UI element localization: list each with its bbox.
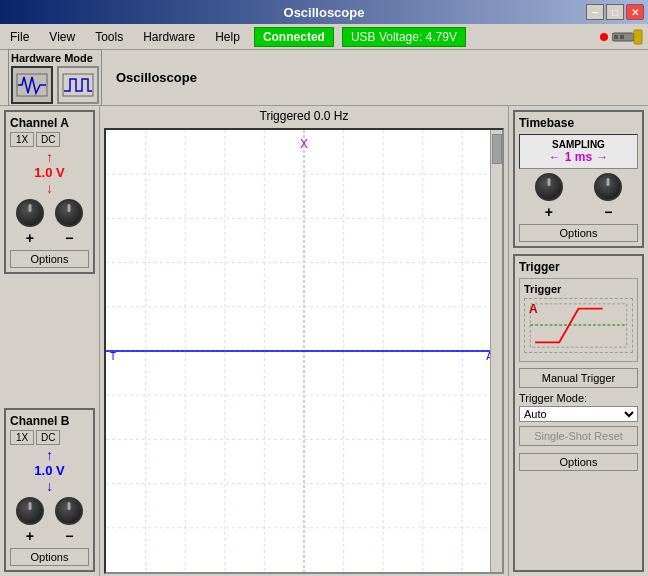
status-connected: Connected xyxy=(254,27,334,47)
channel-b-options-btn[interactable]: Options xyxy=(10,548,89,566)
time-value: 1 ms xyxy=(565,150,592,164)
minimize-button[interactable]: – xyxy=(586,4,604,20)
maximize-button[interactable]: □ xyxy=(606,4,624,20)
channel-a-minus-icon: − xyxy=(65,230,73,246)
channel-b-controls: 1X DC xyxy=(10,430,89,445)
trigger-mode-select[interactable]: Auto Normal Single xyxy=(519,406,638,422)
scrollbar-thumb[interactable] xyxy=(492,134,502,164)
hardware-mode-label: Hardware Mode xyxy=(11,52,99,64)
title-bar: Oscilloscope – □ ✕ xyxy=(0,0,648,24)
timebase-display: SAMPLING ← 1 ms → xyxy=(519,134,638,169)
t-label: T xyxy=(110,351,116,362)
scope-scrollbar[interactable] xyxy=(490,130,502,572)
channel-b-plus-icon: + xyxy=(26,528,34,544)
menu-file[interactable]: File xyxy=(4,28,35,46)
channel-a-plus-minus: + − xyxy=(10,230,89,246)
channel-a-up-arrow-icon xyxy=(46,149,53,165)
oscilloscope-mode-icon xyxy=(16,73,48,97)
trigger-inner-title: Trigger xyxy=(524,283,633,295)
menu-tools[interactable]: Tools xyxy=(89,28,129,46)
hardware-mode-btn-1[interactable] xyxy=(11,66,53,104)
timebase-section: Timebase SAMPLING ← 1 ms → + − Options xyxy=(513,110,644,248)
x-marker: X xyxy=(300,137,308,151)
timebase-plus-icon: + xyxy=(545,204,553,220)
channel-b-up-arrow-icon: ↑ xyxy=(46,447,53,463)
scope-grid-svg: X T AB xyxy=(106,130,502,572)
oscilloscope-main-label: Oscilloscope xyxy=(116,70,197,85)
single-shot-btn[interactable]: Single-Shot Reset xyxy=(519,426,638,446)
timebase-knob-row xyxy=(519,173,638,201)
hardware-mode-section: Hardware Mode xyxy=(8,49,102,107)
channel-a-down-arrow-icon xyxy=(46,180,53,196)
left-spacer xyxy=(0,278,99,404)
window-controls: – □ ✕ xyxy=(586,4,644,20)
channel-b-voltage: ↑ 1.0 V ↓ xyxy=(10,447,89,494)
right-arrow-icon: → xyxy=(596,150,608,164)
timebase-minus-icon: − xyxy=(604,204,612,220)
close-button[interactable]: ✕ xyxy=(626,4,644,20)
channel-b-knob-row xyxy=(10,497,89,525)
timebase-knob-1[interactable] xyxy=(535,173,563,201)
svg-rect-1 xyxy=(634,30,642,44)
scope-status: Triggered 0.0 Hz xyxy=(100,106,508,126)
channel-a-coupling-btn[interactable]: DC xyxy=(36,132,60,147)
channel-a-knob-1[interactable] xyxy=(16,199,44,227)
channel-b-section: Channel B 1X DC ↑ 1.0 V ↓ + − Options xyxy=(4,408,95,572)
channel-a-plus-icon: + xyxy=(26,230,34,246)
left-arrow-icon: ← xyxy=(549,150,561,164)
center-panel: Triggered 0.0 Hz xyxy=(100,106,508,576)
usb-icon-area xyxy=(600,27,644,47)
channel-a-controls: 1X DC xyxy=(10,132,89,147)
channel-a-section: Channel A 1X DC 1.0 V + − Options xyxy=(4,110,95,274)
channel-b-knob-1[interactable] xyxy=(16,497,44,525)
window-title: Oscilloscope xyxy=(284,5,365,20)
status-voltage: USB Voltage: 4.79V xyxy=(342,27,466,47)
channel-a-probe-btn[interactable]: 1X xyxy=(10,132,34,147)
menu-help[interactable]: Help xyxy=(209,28,246,46)
sampling-label: SAMPLING xyxy=(524,139,633,150)
trigger-channel-label: A xyxy=(529,302,538,316)
usb-dot-icon xyxy=(600,33,608,41)
channel-a-knob-2[interactable] xyxy=(55,199,83,227)
channel-a-voltage-value: 1.0 V xyxy=(34,165,64,180)
menu-view[interactable]: View xyxy=(43,28,81,46)
timebase-options-btn[interactable]: Options xyxy=(519,224,638,242)
manual-trigger-btn[interactable]: Manual Trigger xyxy=(519,368,638,388)
channel-a-voltage: 1.0 V xyxy=(10,149,89,196)
trigger-section-title: Trigger xyxy=(519,260,638,274)
time-arrow: ← 1 ms → xyxy=(524,150,633,164)
channel-b-minus-icon: − xyxy=(65,528,73,544)
right-panel: Timebase SAMPLING ← 1 ms → + − Options T xyxy=(508,106,648,576)
trigger-wave-area: A xyxy=(524,298,633,353)
svg-rect-2 xyxy=(614,35,618,39)
timebase-knob-2[interactable] xyxy=(594,173,622,201)
logic-mode-icon xyxy=(62,73,94,97)
trigger-waveform-svg xyxy=(525,299,632,352)
timebase-title: Timebase xyxy=(519,116,638,130)
channel-b-probe-btn[interactable]: 1X xyxy=(10,430,34,445)
trigger-inner: Trigger A xyxy=(519,278,638,362)
channel-b-down-arrow-icon: ↓ xyxy=(46,478,53,494)
channel-b-title: Channel B xyxy=(10,414,89,428)
channel-b-plus-minus: + − xyxy=(10,528,89,544)
trigger-mode-label: Trigger Mode: xyxy=(519,392,638,404)
menu-bar: File View Tools Hardware Help Connected … xyxy=(0,24,648,50)
trigger-options-btn[interactable]: Options xyxy=(519,453,638,471)
usb-icon xyxy=(612,27,644,47)
hardware-mode-btn-2[interactable] xyxy=(57,66,99,104)
channel-b-knob-2[interactable] xyxy=(55,497,83,525)
menu-hardware[interactable]: Hardware xyxy=(137,28,201,46)
timebase-plus-minus: + − xyxy=(519,204,638,220)
trigger-section: Trigger Trigger A Manu xyxy=(513,254,644,572)
channel-a-knob-row xyxy=(10,199,89,227)
channel-a-title: Channel A xyxy=(10,116,89,130)
svg-rect-3 xyxy=(620,35,624,39)
channel-b-voltage-value: 1.0 V xyxy=(34,463,64,478)
channel-a-options-btn[interactable]: Options xyxy=(10,250,89,268)
scope-display[interactable]: X T AB xyxy=(104,128,504,574)
channel-b-coupling-btn[interactable]: DC xyxy=(36,430,60,445)
left-panel: Channel A 1X DC 1.0 V + − Options xyxy=(0,106,100,576)
main-content: Channel A 1X DC 1.0 V + − Options xyxy=(0,106,648,576)
